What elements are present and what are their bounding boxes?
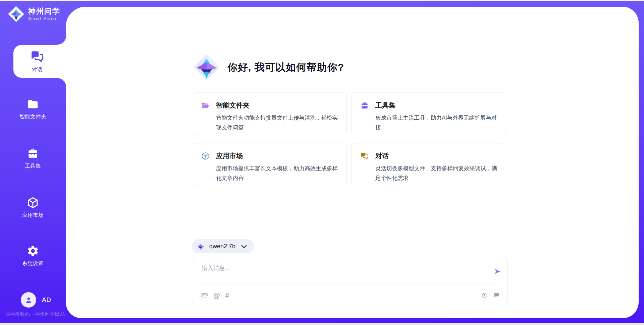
card-title: 智能文件夹 [216,101,250,110]
folder-icon [26,98,39,111]
cube-icon [26,196,39,209]
user-name: AD [42,296,51,304]
sidebar-item-label: 智能文件夹 [19,113,46,120]
model-diamond-icon [196,242,205,251]
greeting-diamond-icon [193,53,221,82]
card-app-market[interactable]: 应用市场 应用市场提供丰富长文本模板，助力高效生成多样化文章内容 [192,143,347,186]
card-title: 应用市场 [216,151,243,160]
brand-diamond-icon [7,5,25,23]
card-chat[interactable]: 对话 灵活切换多模型文件，支持多样回复效果调试，满足个性化需求 [351,143,506,186]
sidebar-item-app-market[interactable]: 应用市场 [0,196,66,219]
person-icon [24,296,33,305]
card-description: 应用市场提供丰富长文本模板，助力高效生成多样化文章内容 [216,164,338,183]
sidebar-item-label: 系统设置 [22,260,44,267]
brand-subtitle: Smart Vision [28,16,60,21]
window-top-edge [0,0,644,1]
model-selector[interactable]: qwen2:7b [192,239,254,253]
mention-icon[interactable]: @ [213,292,220,299]
avatar [21,292,36,308]
card-title: 对话 [375,151,389,160]
app-window: 神州问学 Smart Vision 对话 智能文件夹 工具集 应用市场 系统设置… [0,0,644,325]
briefcase-icon [26,147,39,160]
window-bottom-edge [0,323,644,325]
message-input[interactable] [201,263,484,281]
sidebar-item-toolset[interactable]: 工具集 [0,147,66,170]
card-description: 灵活切换多模型文件，支持多样回复效果调试，满足个性化需求 [375,164,498,183]
folder-open-icon [201,101,210,110]
copyright-text: ©神州数码 · 神州问学出品 [6,311,65,317]
briefcase-icon [360,101,369,110]
send-button[interactable] [493,267,501,275]
greeting-text: 你好, 我可以如何帮助你? [227,61,344,74]
card-description: 智能文件夹功能支持批量文件上传与清洗，轻松实现文件问答 [216,113,338,132]
sidebar-item-label: 工具集 [25,162,41,170]
feature-cards: 智能文件夹 智能文件夹功能支持批量文件上传与清洗，轻松实现文件问答 工具集 集成… [192,92,506,186]
sidebar-item-label: 应用市场 [22,212,44,219]
card-smart-folder[interactable]: 智能文件夹 智能文件夹功能支持批量文件上传与清洗，轻松实现文件问答 [192,92,347,135]
brand-logo-block: 神州问学 Smart Vision [7,5,60,23]
chevron-down-icon [239,242,249,251]
card-description: 集成市场上主流工具，助力AI与外界无缝扩展与对接 [375,113,498,132]
sidebar-item-label: 对话 [32,66,43,73]
message-composer: @ # [192,258,508,305]
chat-icon [360,152,369,160]
card-title: 工具集 [375,101,395,110]
history-icon[interactable] [481,292,488,299]
chat-icon [30,50,45,64]
brand-name: 神州问学 [28,7,60,15]
main-content-panel: 你好, 我可以如何帮助你? 智能文件夹 智能文件夹功能支持批量文件上传与清洗，轻… [66,7,639,318]
hashtag-icon[interactable]: # [225,292,229,299]
comment-icon[interactable] [493,292,500,299]
gear-icon [26,245,39,257]
greeting-block: 你好, 我可以如何帮助你? [193,53,344,82]
card-toolset[interactable]: 工具集 集成市场上主流工具，助力AI与外界无缝扩展与对接 [351,92,506,135]
cube-grid-icon [201,152,210,160]
sidebar-item-settings[interactable]: 系统设置 [0,245,66,267]
attach-file-icon[interactable] [201,292,208,299]
model-name: qwen2:7b [209,243,235,250]
composer-divider [199,283,501,283]
sidebar-item-chat[interactable]: 对话 [13,45,66,78]
sidebar-item-smart-folder[interactable]: 智能文件夹 [0,98,66,120]
user-account[interactable]: AD [21,292,51,308]
